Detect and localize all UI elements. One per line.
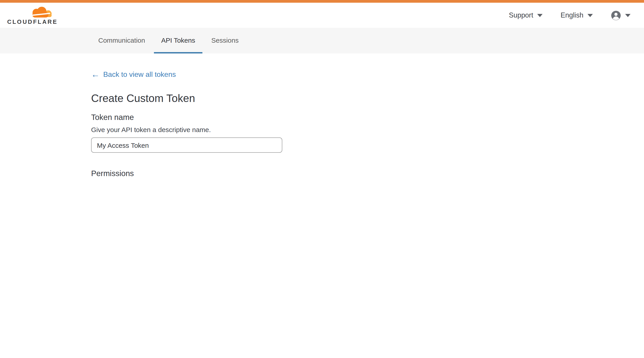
token-name-heading: Token name [91, 113, 644, 122]
tab-api-tokens[interactable]: API Tokens [154, 28, 202, 54]
left-arrow-icon: ← [91, 70, 100, 79]
token-name-description: Give your API token a descriptive name. [91, 126, 644, 133]
permissions-heading: Permissions [91, 169, 644, 178]
back-to-tokens-link[interactable]: ← Back to view all tokens [91, 70, 176, 79]
chevron-down-icon [537, 14, 542, 17]
back-link-label: Back to view all tokens [103, 70, 176, 78]
language-menu[interactable]: English [560, 11, 593, 19]
chevron-down-icon [588, 14, 593, 17]
header-right: Support English [509, 10, 630, 21]
cloudflare-logo: CLOUDFLARE [7, 6, 58, 25]
cloudflare-cloud-icon [28, 6, 53, 18]
tab-bar: Communication API Tokens Sessions [0, 28, 644, 54]
account-menu[interactable] [611, 10, 630, 21]
support-menu[interactable]: Support [509, 11, 543, 19]
user-avatar-icon [611, 10, 621, 21]
header: CLOUDFLARE Support English [0, 3, 644, 28]
tab-sessions[interactable]: Sessions [204, 28, 246, 54]
page: CLOUDFLARE Support English Communic [0, 0, 644, 179]
main-content: ← Back to view all tokens Create Custom … [0, 54, 644, 179]
chevron-down-icon [625, 14, 630, 17]
top-accent-bar [0, 0, 644, 3]
support-label: Support [509, 11, 534, 19]
cloudflare-wordmark: CLOUDFLARE [7, 19, 58, 25]
language-label: English [560, 11, 584, 19]
token-name-input[interactable] [91, 137, 282, 153]
page-title: Create Custom Token [91, 92, 644, 105]
tab-communication[interactable]: Communication [91, 28, 152, 54]
